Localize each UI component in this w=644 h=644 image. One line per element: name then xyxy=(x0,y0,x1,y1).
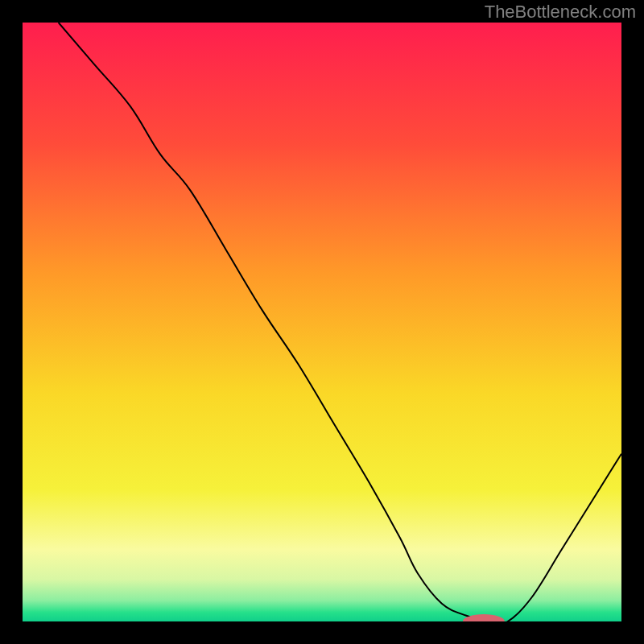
plot-area xyxy=(23,23,621,621)
chart-frame: TheBottleneck.com xyxy=(0,0,644,644)
watermark-text: TheBottleneck.com xyxy=(485,2,636,23)
chart-svg xyxy=(23,23,621,621)
gradient-background xyxy=(23,23,621,621)
